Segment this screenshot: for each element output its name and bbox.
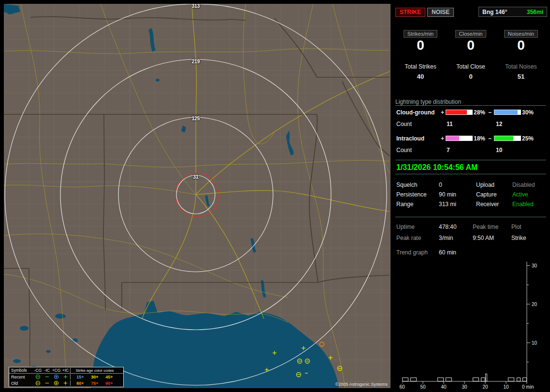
plot-label: Plot bbox=[511, 224, 521, 230]
cg-plus-pct: 28% bbox=[474, 109, 485, 116]
bearing-distance: 356mi bbox=[527, 9, 543, 15]
upload-label: Upload bbox=[476, 182, 494, 188]
cloud-ground-count-row: Count 11 12 bbox=[395, 121, 546, 127]
cg-minus-bar bbox=[494, 110, 521, 115]
legend-recent-row: Recent 15+ 30+ 45+ bbox=[9, 374, 123, 380]
noise-toggle-button[interactable]: NOISE bbox=[427, 8, 454, 17]
xtick-30: 30 bbox=[462, 384, 467, 390]
total-strikes-block: Total Strikes 40 bbox=[395, 63, 446, 80]
range-label: Range bbox=[396, 201, 413, 208]
ic-minus-bar-fill bbox=[494, 136, 513, 140]
range-ring-label-313: 313 bbox=[192, 4, 200, 9]
age-60: 60+ bbox=[73, 381, 87, 386]
trend-bar bbox=[473, 378, 479, 381]
trend-bar bbox=[481, 378, 485, 381]
legend-old-label: Old bbox=[11, 381, 33, 386]
distribution-title: Lightning type distribution bbox=[395, 98, 461, 105]
ic-minus-bar bbox=[494, 136, 521, 141]
neg-ic-old-icon bbox=[44, 380, 50, 386]
close-per-min-label: Close/min bbox=[455, 30, 487, 38]
strike-toggle-button[interactable]: STRIKE bbox=[395, 8, 425, 17]
squelch-label: Squelch bbox=[396, 182, 417, 188]
xtick-60: 60 bbox=[399, 384, 405, 390]
status-panel: STRIKE NOISE Bng 146° 356mi Strikes/min … bbox=[395, 4, 547, 388]
legend-col-pos-ic: +IC bbox=[61, 368, 70, 373]
trend-bar bbox=[410, 378, 417, 381]
age-15: 15+ bbox=[73, 375, 87, 379]
close-per-min-block: Close/min 0 bbox=[446, 30, 496, 53]
intracloud-count-row: Count 7 10 bbox=[395, 147, 546, 154]
xtick-40: 40 bbox=[441, 384, 446, 390]
xtick-0-min: 0 min bbox=[522, 384, 534, 390]
strikes-per-min-value: 0 bbox=[395, 38, 446, 53]
lightning-map[interactable]: 313 219 125 31 Symbols -CG -IC +CG +IC S… bbox=[4, 4, 391, 388]
minus-sign: − bbox=[488, 135, 492, 142]
xtick-10: 10 bbox=[503, 384, 508, 390]
receiver-status: Enabled bbox=[512, 201, 534, 208]
map-legend: Symbols -CG -IC +CG +IC Strike age color… bbox=[9, 367, 124, 387]
plus-sign: + bbox=[441, 109, 444, 116]
cg-minus-pct: 30% bbox=[522, 109, 534, 116]
copyright-text: ©2005 Astrogenic Systems bbox=[335, 382, 388, 387]
divider bbox=[395, 217, 546, 217]
legend-col-pos-cg: +CG bbox=[52, 368, 61, 373]
legend-recent-label: Recent bbox=[11, 375, 33, 379]
peak-time-value: 9:50 AM bbox=[473, 235, 494, 241]
receiver-label: Receiver bbox=[476, 201, 499, 208]
legend-col-neg-ic: -IC bbox=[43, 368, 52, 373]
total-noises-value: 51 bbox=[496, 73, 546, 80]
session-row-1: Uptime 478:40 Peak time Plot bbox=[395, 224, 546, 230]
ic-plus-count: 7 bbox=[447, 147, 450, 154]
divider bbox=[395, 160, 546, 160]
settings-row-persistence: Persistence 90 min Capture Active bbox=[395, 191, 546, 198]
neg-cg-old-icon bbox=[35, 380, 41, 386]
age-30: 30+ bbox=[87, 375, 102, 379]
ic-plus-bar-fill bbox=[446, 136, 459, 140]
ic-plus-bar bbox=[446, 136, 473, 141]
ic-minus-pct: 25% bbox=[522, 135, 534, 142]
upload-status: Disabled bbox=[512, 182, 535, 188]
legend-age-heading: Strike age color codes bbox=[73, 368, 116, 373]
pos-cg-old-icon bbox=[53, 380, 59, 386]
total-noises-block: Total Noises 51 bbox=[496, 63, 546, 80]
trend-bar bbox=[402, 378, 408, 381]
app-window: 313 219 125 31 Symbols -CG -IC +CG +IC S… bbox=[0, 0, 550, 392]
trend-bar bbox=[437, 378, 444, 381]
bearing-readout: Bng 146° 356mi bbox=[478, 7, 547, 17]
range-ring-label-31: 31 bbox=[193, 174, 198, 180]
trend-bar bbox=[522, 378, 527, 381]
strikes-per-min-label: Strikes/min bbox=[404, 30, 437, 38]
xtick-50: 50 bbox=[420, 384, 425, 390]
total-strikes-label: Total Strikes bbox=[395, 63, 446, 70]
age-45: 45+ bbox=[102, 375, 116, 379]
cloud-ground-label: Cloud-ground bbox=[396, 109, 434, 116]
noises-per-min-block: Noises/min 0 bbox=[496, 30, 546, 53]
trend-plot bbox=[402, 260, 527, 381]
bearing-value: Bng 146° bbox=[482, 9, 507, 15]
strikes-per-min-block: Strikes/min 0 bbox=[395, 30, 446, 53]
uptime-label: Uptime bbox=[396, 224, 415, 230]
trend-graph-label: Trend graph bbox=[396, 249, 428, 256]
close-per-min-value: 0 bbox=[446, 38, 496, 53]
intracloud-label: Intracloud bbox=[396, 135, 424, 142]
persistence-value: 90 min bbox=[439, 191, 456, 198]
total-close-label: Total Close bbox=[446, 63, 496, 70]
minus-sign: − bbox=[488, 109, 492, 116]
cloud-ground-row: Cloud-ground + 28% − 30% bbox=[395, 109, 546, 116]
settings-row-range: Range 313 mi Receiver Enabled bbox=[395, 201, 546, 208]
noises-per-min-value: 0 bbox=[496, 38, 546, 53]
range-ring-label-125: 125 bbox=[192, 116, 200, 121]
persistence-label: Persistence bbox=[396, 191, 427, 198]
trend-bar bbox=[517, 378, 521, 381]
session-row-2: Peak rate 3/min 9:50 AM Strike bbox=[395, 235, 546, 241]
settings-row-squelch: Squelch 0 Upload Disabled bbox=[395, 182, 546, 188]
trend-bar bbox=[485, 374, 487, 381]
ytick-20: 20 bbox=[532, 302, 537, 307]
pos-ic-old-icon bbox=[62, 380, 69, 386]
plus-sign: + bbox=[441, 135, 444, 142]
count-label: Count bbox=[396, 121, 412, 127]
age-75: 75+ bbox=[87, 381, 102, 386]
squelch-value: 0 bbox=[439, 182, 442, 188]
legend-symbols-heading: Symbols bbox=[11, 368, 33, 373]
range-ring-label-219: 219 bbox=[192, 59, 200, 64]
